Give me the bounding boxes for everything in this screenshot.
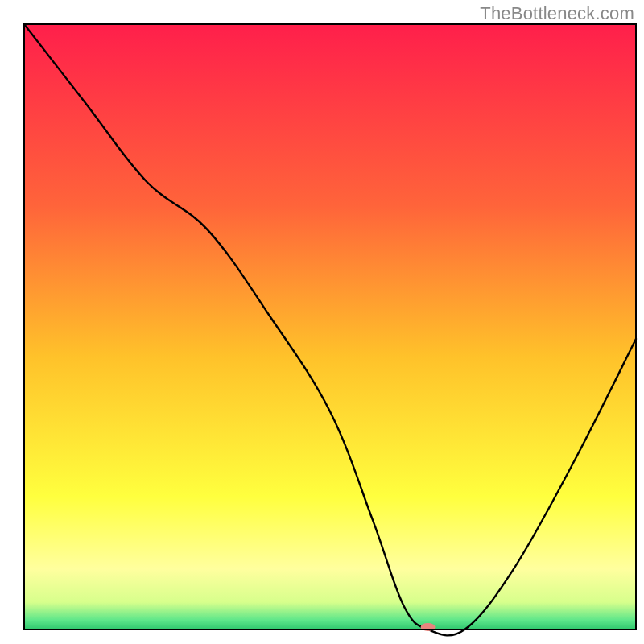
attribution-text: TheBottleneck.com <box>480 3 634 24</box>
plot-area <box>24 24 636 635</box>
chart-container: { "attribution": "TheBottleneck.com", "c… <box>0 0 644 644</box>
bottleneck-chart <box>0 0 644 644</box>
gradient-background <box>24 24 636 630</box>
